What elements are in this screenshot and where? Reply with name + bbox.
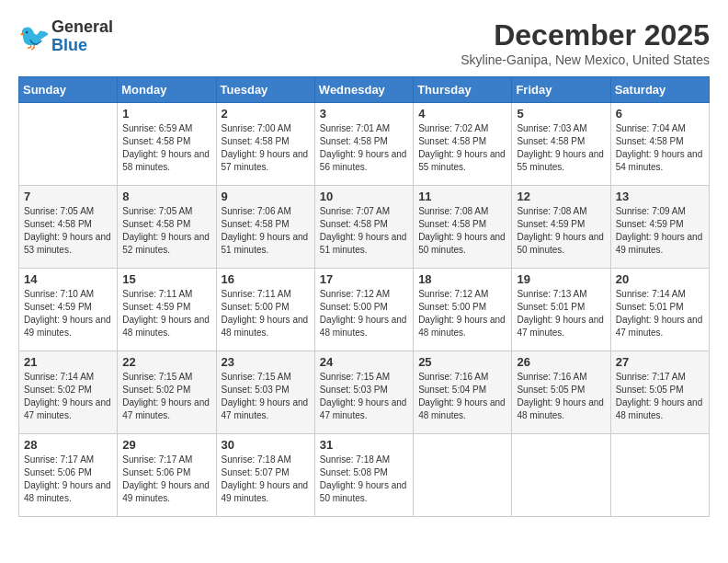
logo-icon: 🐦 [18,20,51,53]
day-number: 26 [517,355,605,369]
day-number: 1 [122,107,210,121]
day-info: Sunrise: 7:13 AMSunset: 5:01 PMDaylight:… [517,288,605,339]
day-info: Sunrise: 7:15 AMSunset: 5:03 PMDaylight:… [320,371,408,422]
week-row-1: 1Sunrise: 6:59 AMSunset: 4:58 PMDaylight… [19,103,710,186]
day-info: Sunrise: 7:16 AMSunset: 5:04 PMDaylight:… [418,371,506,422]
day-info: Sunrise: 7:18 AMSunset: 5:07 PMDaylight:… [222,454,310,505]
calendar-cell: 20Sunrise: 7:14 AMSunset: 5:01 PMDayligh… [610,269,709,351]
month-title: December 2025 [461,18,710,52]
day-number: 27 [616,355,704,369]
day-info: Sunrise: 7:12 AMSunset: 5:00 PMDaylight:… [320,288,408,339]
calendar-cell: 8Sunrise: 7:05 AMSunset: 4:58 PMDaylight… [118,186,216,269]
calendar-cell: 22Sunrise: 7:15 AMSunset: 5:02 PMDayligh… [118,351,216,434]
header-monday: Monday [118,77,216,103]
day-info: Sunrise: 7:17 AMSunset: 5:06 PMDaylight:… [24,454,112,505]
calendar-cell: 29Sunrise: 7:17 AMSunset: 5:06 PMDayligh… [118,434,216,517]
day-number: 29 [122,438,210,452]
day-info: Sunrise: 7:11 AMSunset: 4:59 PMDaylight:… [122,288,210,339]
title-section: December 2025 Skyline-Ganipa, New Mexico… [461,18,710,67]
day-info: Sunrise: 7:04 AMSunset: 4:58 PMDaylight:… [616,122,704,174]
week-row-2: 7Sunrise: 7:05 AMSunset: 4:58 PMDaylight… [19,186,710,269]
day-number: 28 [24,438,112,452]
week-row-3: 14Sunrise: 7:10 AMSunset: 4:59 PMDayligh… [19,269,710,351]
day-number: 14 [24,272,112,286]
day-number: 6 [616,107,704,121]
calendar-cell: 30Sunrise: 7:18 AMSunset: 5:07 PMDayligh… [216,434,314,517]
calendar-cell: 28Sunrise: 7:17 AMSunset: 5:06 PMDayligh… [19,434,118,517]
day-number: 30 [222,438,310,452]
day-number: 2 [222,107,310,121]
header-wednesday: Wednesday [314,77,413,103]
day-number: 10 [320,190,408,203]
day-number: 20 [616,272,704,286]
calendar-cell: 31Sunrise: 7:18 AMSunset: 5:08 PMDayligh… [314,434,413,517]
header-saturday: Saturday [610,77,709,103]
day-info: Sunrise: 7:07 AMSunset: 4:58 PMDaylight:… [320,205,408,257]
logo-text-block: General Blue [51,18,113,55]
day-number: 13 [616,190,704,203]
day-info: Sunrise: 7:05 AMSunset: 4:58 PMDaylight:… [122,205,210,257]
calendar-cell: 18Sunrise: 7:12 AMSunset: 5:00 PMDayligh… [414,269,512,351]
day-number: 3 [320,107,408,121]
day-number: 7 [24,190,112,203]
day-number: 21 [24,355,112,369]
svg-text:🐦: 🐦 [18,22,51,52]
calendar-cell: 15Sunrise: 7:11 AMSunset: 4:59 PMDayligh… [118,269,216,351]
day-info: Sunrise: 7:09 AMSunset: 4:59 PMDaylight:… [616,205,704,257]
calendar-cell: 19Sunrise: 7:13 AMSunset: 5:01 PMDayligh… [512,269,610,351]
day-number: 12 [517,190,605,203]
calendar-cell [610,434,709,517]
day-info: Sunrise: 7:05 AMSunset: 4:58 PMDaylight:… [24,205,112,257]
day-info: Sunrise: 7:15 AMSunset: 5:02 PMDaylight:… [122,371,210,422]
day-info: Sunrise: 7:11 AMSunset: 5:00 PMDaylight:… [222,288,310,339]
calendar-cell: 6Sunrise: 7:04 AMSunset: 4:58 PMDaylight… [610,103,709,186]
day-info: Sunrise: 7:02 AMSunset: 4:58 PMDaylight:… [418,122,506,174]
day-info: Sunrise: 7:06 AMSunset: 4:58 PMDaylight:… [222,205,310,257]
day-info: Sunrise: 7:16 AMSunset: 5:05 PMDaylight:… [517,371,605,422]
calendar-cell [19,103,118,186]
day-number: 18 [418,272,506,286]
page-header: 🐦 General Blue December 2025 Skyline-Gan… [18,18,710,67]
calendar-cell [512,434,610,517]
day-info: Sunrise: 7:14 AMSunset: 5:02 PMDaylight:… [24,371,112,422]
calendar-cell: 13Sunrise: 7:09 AMSunset: 4:59 PMDayligh… [610,186,709,269]
day-info: Sunrise: 6:59 AMSunset: 4:58 PMDaylight:… [122,122,210,174]
day-number: 4 [418,107,506,121]
calendar-cell: 12Sunrise: 7:08 AMSunset: 4:59 PMDayligh… [512,186,610,269]
calendar-cell: 24Sunrise: 7:15 AMSunset: 5:03 PMDayligh… [314,351,413,434]
calendar-cell: 16Sunrise: 7:11 AMSunset: 5:00 PMDayligh… [216,269,314,351]
calendar-cell: 7Sunrise: 7:05 AMSunset: 4:58 PMDaylight… [19,186,118,269]
day-number: 31 [320,438,408,452]
day-number: 25 [418,355,506,369]
day-number: 23 [222,355,310,369]
day-info: Sunrise: 7:00 AMSunset: 4:58 PMDaylight:… [222,122,310,174]
calendar-cell: 11Sunrise: 7:08 AMSunset: 4:58 PMDayligh… [414,186,512,269]
calendar-cell: 17Sunrise: 7:12 AMSunset: 5:00 PMDayligh… [314,269,413,351]
day-number: 8 [122,190,210,203]
calendar-cell: 25Sunrise: 7:16 AMSunset: 5:04 PMDayligh… [414,351,512,434]
day-number: 22 [122,355,210,369]
day-number: 16 [222,272,310,286]
header-row: SundayMondayTuesdayWednesdayThursdayFrid… [19,77,710,103]
day-number: 15 [122,272,210,286]
header-tuesday: Tuesday [216,77,314,103]
header-friday: Friday [512,77,610,103]
calendar-cell: 21Sunrise: 7:14 AMSunset: 5:02 PMDayligh… [19,351,118,434]
header-sunday: Sunday [19,77,118,103]
day-info: Sunrise: 7:08 AMSunset: 4:58 PMDaylight:… [418,205,506,257]
day-info: Sunrise: 7:01 AMSunset: 4:58 PMDaylight:… [320,122,408,174]
week-row-5: 28Sunrise: 7:17 AMSunset: 5:06 PMDayligh… [19,434,710,517]
calendar-cell: 1Sunrise: 6:59 AMSunset: 4:58 PMDaylight… [118,103,216,186]
calendar-cell: 10Sunrise: 7:07 AMSunset: 4:58 PMDayligh… [314,186,413,269]
day-info: Sunrise: 7:18 AMSunset: 5:08 PMDaylight:… [320,454,408,505]
calendar-cell: 9Sunrise: 7:06 AMSunset: 4:58 PMDaylight… [216,186,314,269]
week-row-4: 21Sunrise: 7:14 AMSunset: 5:02 PMDayligh… [19,351,710,434]
logo-blue: Blue [51,37,87,55]
day-number: 19 [517,272,605,286]
day-info: Sunrise: 7:17 AMSunset: 5:06 PMDaylight:… [122,454,210,505]
day-info: Sunrise: 7:14 AMSunset: 5:01 PMDaylight:… [616,288,704,339]
header-thursday: Thursday [414,77,512,103]
calendar-cell: 3Sunrise: 7:01 AMSunset: 4:58 PMDaylight… [314,103,413,186]
day-info: Sunrise: 7:08 AMSunset: 4:59 PMDaylight:… [517,205,605,257]
calendar-table: SundayMondayTuesdayWednesdayThursdayFrid… [18,76,710,517]
